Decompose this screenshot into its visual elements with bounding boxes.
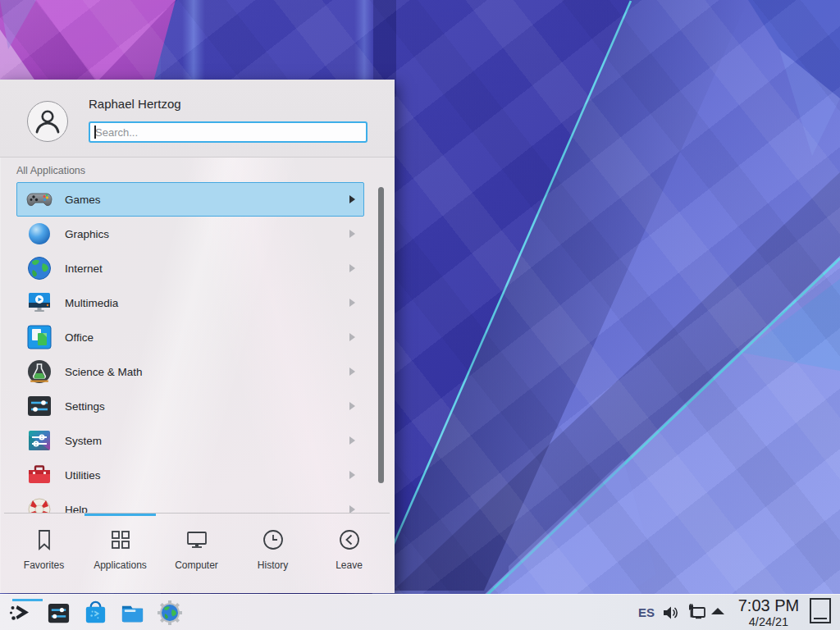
graphics-icon — [26, 221, 52, 247]
user-avatar[interactable] — [27, 101, 68, 142]
application-launcher-button[interactable] — [6, 599, 34, 627]
konqueror-button[interactable] — [156, 599, 184, 627]
tab-favorites[interactable]: Favorites — [6, 518, 82, 590]
leave-icon — [337, 527, 362, 552]
section-label: All Applications — [16, 165, 85, 176]
system-icon — [26, 427, 52, 454]
submenu-arrow-icon — [349, 195, 355, 203]
category-science-math[interactable]: Science & Math — [16, 354, 364, 389]
category-list: Games Graphics Internet — [0, 182, 395, 513]
history-icon — [261, 527, 285, 552]
tab-label: Applications — [94, 559, 147, 571]
tab-computer[interactable]: Computer — [158, 518, 235, 590]
tab-applications[interactable]: Applications — [82, 518, 158, 590]
category-graphics[interactable]: Graphics — [16, 217, 364, 251]
submenu-arrow-icon — [349, 402, 355, 410]
kde-launcher-icon — [7, 600, 33, 626]
digital-clock[interactable]: 7:03 PM 4/24/21 — [733, 596, 805, 629]
active-task-indicator — [12, 599, 43, 601]
category-label: Settings — [65, 400, 105, 413]
taskbar-panel: ES 7:03 PM 4/24/21 — [0, 594, 840, 630]
category-label: Office — [65, 331, 94, 344]
games-icon — [26, 186, 52, 212]
category-label: System — [65, 435, 102, 447]
utilities-icon — [26, 462, 52, 488]
konqueror-globe-icon — [157, 600, 183, 626]
clock-date: 4/24/21 — [733, 615, 805, 629]
tab-label: Computer — [175, 559, 218, 571]
category-office[interactable]: Office — [16, 320, 364, 354]
dolphin-button[interactable] — [118, 599, 146, 627]
application-launcher-popup: Raphael Hertzog All Applications Games — [0, 80, 395, 593]
user-icon — [33, 107, 62, 136]
dolphin-folder-icon — [120, 600, 145, 626]
discover-icon — [83, 600, 108, 626]
category-internet[interactable]: Internet — [16, 251, 364, 285]
category-multimedia[interactable]: Multimedia — [16, 285, 364, 320]
help-icon — [26, 496, 52, 513]
submenu-arrow-icon — [349, 264, 355, 272]
category-utilities[interactable]: Utilities — [16, 458, 364, 492]
category-label: Games — [65, 194, 101, 206]
submenu-arrow-icon — [349, 436, 355, 445]
system-settings-icon — [46, 600, 71, 626]
category-label: Internet — [65, 262, 103, 275]
tab-label: History — [258, 559, 288, 571]
tab-history[interactable]: History — [235, 518, 311, 590]
applications-icon — [108, 527, 133, 552]
user-name: Raphael Hertzog — [89, 97, 181, 111]
keyboard-layout-indicator[interactable]: ES — [638, 605, 655, 619]
volume-icon[interactable] — [661, 603, 681, 623]
search-box[interactable] — [89, 121, 368, 143]
discover-button[interactable] — [81, 599, 109, 627]
computer-icon — [185, 527, 209, 552]
category-label: Help — [65, 504, 88, 514]
network-wired-icon[interactable] — [686, 603, 707, 624]
submenu-arrow-icon — [349, 368, 355, 376]
clock-time: 7:03 PM — [733, 596, 805, 615]
category-label: Utilities — [65, 469, 101, 482]
settings-icon — [26, 393, 52, 419]
category-label: Multimedia — [65, 297, 118, 309]
submenu-arrow-icon — [349, 230, 355, 238]
favorites-icon — [32, 527, 57, 552]
show-desktop-glyph — [814, 618, 827, 619]
tab-label: Favorites — [24, 559, 64, 571]
launcher-header: Raphael Hertzog — [0, 80, 395, 158]
active-tab-indicator — [84, 514, 156, 516]
category-label: Graphics — [65, 228, 109, 240]
internet-icon — [26, 255, 52, 281]
expand-tray-icon[interactable] — [710, 606, 726, 618]
category-help[interactable]: Help — [16, 492, 364, 513]
desktop: Raphael Hertzog All Applications Games — [0, 0, 840, 630]
submenu-arrow-icon — [349, 333, 355, 341]
system-settings-button[interactable] — [44, 599, 72, 627]
tab-leave[interactable]: Leave — [311, 518, 387, 590]
launcher-tabbar: Favorites Applications Computer — [6, 518, 388, 590]
submenu-arrow-icon — [349, 471, 355, 479]
tabbar-separator — [4, 513, 390, 514]
show-desktop-button[interactable] — [810, 598, 831, 623]
search-input[interactable] — [90, 123, 366, 141]
multimedia-icon — [26, 290, 52, 316]
office-icon — [26, 324, 52, 350]
category-settings[interactable]: Settings — [16, 389, 364, 423]
science-icon — [26, 358, 52, 385]
scrollbar[interactable] — [378, 187, 384, 483]
submenu-arrow-icon — [349, 505, 355, 513]
category-label: Science & Math — [65, 366, 143, 378]
text-cursor — [94, 126, 96, 139]
tab-label: Leave — [336, 559, 363, 571]
category-games[interactable]: Games — [16, 182, 364, 217]
category-system[interactable]: System — [16, 423, 364, 458]
submenu-arrow-icon — [349, 299, 355, 307]
